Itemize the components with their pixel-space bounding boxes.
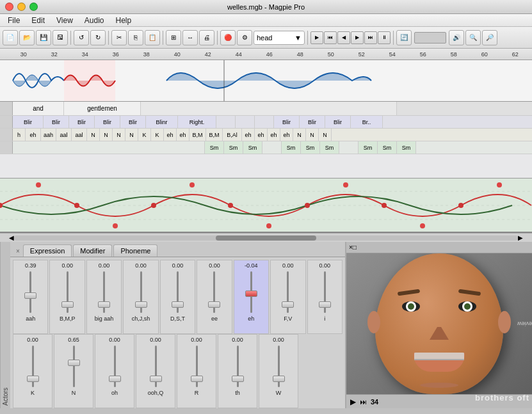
open-button[interactable]: 📂 (19, 30, 35, 45)
character-dropdown[interactable]: head ▼ (254, 31, 305, 45)
fader-thumb-big aah[interactable] (98, 301, 110, 308)
settings-btn[interactable]: ⚙ (237, 30, 252, 45)
fader-track-ee[interactable] (213, 271, 215, 313)
zoom-btn-3[interactable]: 🖨 (199, 30, 214, 45)
toolbar-sep-4 (217, 31, 218, 45)
ph-n6: N (306, 129, 319, 141)
pupil-right (464, 303, 471, 310)
fader-thumb-i[interactable] (319, 301, 331, 308)
skip-end-button[interactable]: ⏭ (364, 31, 377, 44)
tab-expression[interactable]: Expression (23, 244, 72, 257)
save-button[interactable]: 💾 (36, 30, 51, 45)
fader-track-D,S,T[interactable] (177, 271, 179, 313)
save-as-button[interactable]: 🖫 (52, 30, 68, 45)
actors-label: Actors (0, 242, 10, 408)
fader-thumb-th[interactable] (232, 376, 244, 382)
tab-close-button[interactable]: × (13, 246, 23, 257)
audio-btn[interactable]: 🔴 (220, 30, 236, 45)
loop-button[interactable]: 🔄 (396, 30, 412, 45)
tab-modifier[interactable]: Modifier (73, 244, 112, 257)
nose (430, 324, 449, 340)
copy-button[interactable]: ⎘ (128, 30, 143, 45)
fader-thumb-N[interactable] (68, 360, 80, 366)
close-window-button[interactable] (5, 3, 13, 11)
window-title: welles.mgb - Magpie Pro (227, 3, 305, 11)
preview-play-button[interactable]: ▶ (350, 397, 356, 406)
fader-channel-oh: 0.00oh (95, 334, 134, 408)
play-button[interactable]: ▶ (310, 31, 323, 44)
scroll-left-arrow[interactable]: ◀ (9, 234, 14, 241)
fader-thumb-W[interactable] (273, 376, 285, 382)
fader-channel-th: 0.00th (218, 334, 257, 408)
minimize-window-button[interactable] (17, 3, 26, 11)
fader-track-i[interactable] (324, 271, 326, 313)
play2-button[interactable]: ▶ (351, 31, 364, 44)
fader-track-R[interactable] (196, 346, 198, 387)
tab-phoneme[interactable]: Phoneme (113, 244, 157, 257)
fader-thumb-D,S,T[interactable] (172, 301, 184, 308)
text-row: and gentlemen (0, 102, 532, 116)
cut-button[interactable]: ✂ (111, 30, 127, 45)
fader-channel-oohq: 0.00ooh,Q (136, 334, 175, 408)
fader-track-th[interactable] (237, 346, 239, 387)
stop-button[interactable]: ⏸ (378, 31, 391, 44)
fader-label-D,S,T: D,S,T (170, 315, 185, 322)
scroll-thumb[interactable] (216, 235, 316, 241)
fader-thumb-K[interactable] (27, 376, 39, 382)
fader-track-big aah[interactable] (103, 271, 105, 313)
ph-k1: K (138, 129, 151, 141)
curve-area (0, 179, 532, 233)
volume-slider[interactable] (414, 32, 446, 44)
scroll-track[interactable] (14, 235, 518, 241)
fader-track-ch,J,sh[interactable] (140, 271, 142, 313)
fader-thumb-ooh,Q[interactable] (150, 376, 162, 382)
lipsync-blir-2: Blir (44, 116, 69, 128)
fader-thumb-R[interactable] (191, 376, 203, 382)
horizontal-scrollbar[interactable]: ◀ ▶ (0, 233, 532, 242)
maximize-window-button[interactable] (29, 3, 38, 11)
fader-thumb-aah[interactable] (24, 292, 36, 299)
fader-track-eh[interactable] (250, 271, 252, 313)
new-button[interactable]: 📄 (3, 30, 18, 45)
paste-button[interactable]: 📋 (145, 30, 160, 45)
chin (420, 383, 458, 388)
search2-btn[interactable]: 🔎 (482, 30, 497, 45)
fader-thumb-ee[interactable] (208, 301, 220, 308)
fader-track-F,V[interactable] (287, 271, 289, 313)
svg-point-19 (420, 223, 425, 228)
fader-track-ooh,Q[interactable] (155, 346, 157, 387)
fader-track-K[interactable] (32, 346, 34, 387)
svg-point-11 (305, 203, 310, 208)
scroll-right-arrow[interactable]: ▶ (518, 234, 523, 241)
fader-thumb-B,M,P[interactable] (61, 301, 74, 308)
toolbar-sep-5 (307, 31, 308, 45)
waveform-area[interactable] (0, 60, 532, 102)
fader-track-N[interactable] (73, 346, 75, 387)
undo-button[interactable]: ↺ (74, 30, 89, 45)
zoom-btn-2[interactable]: ↔ (182, 30, 198, 45)
fader-track-aah[interactable] (29, 271, 31, 313)
fader-row-2: 0.00K0.65N0.00oh0.00ooh,Q0.00R0.00th0.00… (13, 334, 343, 408)
search-btn[interactable]: 🔍 (465, 30, 481, 45)
skip-start-button[interactable]: ⏮ (324, 31, 337, 44)
fader-track-oh[interactable] (114, 346, 116, 387)
ruler-marks: 30 32 34 36 38 40 42 44 46 48 50 52 54 5… (20, 49, 532, 60)
menu-edit[interactable]: Edit (26, 15, 50, 26)
vol-btn[interactable]: 🔊 (449, 30, 464, 45)
fader-thumb-oh[interactable] (109, 376, 121, 382)
zoom-btn-1[interactable]: ⊞ (166, 30, 181, 45)
sm-9: Sm (359, 141, 378, 154)
menu-help[interactable]: Help (111, 15, 137, 26)
fader-thumb-eh[interactable] (245, 291, 257, 297)
fader-track-W[interactable] (278, 346, 280, 387)
fader-track-B,M,P[interactable] (67, 271, 69, 313)
lipsync-br: Br.. (351, 116, 383, 128)
menu-audio[interactable]: Audio (79, 15, 109, 26)
fader-thumb-F,V[interactable] (282, 301, 294, 308)
prev-frame-button[interactable]: ◀ (337, 31, 350, 44)
ruler-tick-50: 50 (328, 51, 334, 58)
menu-file[interactable]: File (3, 15, 25, 26)
redo-button[interactable]: ↻ (90, 30, 106, 45)
fader-thumb-ch,J,sh[interactable] (135, 301, 147, 308)
menu-view[interactable]: View (51, 15, 78, 26)
